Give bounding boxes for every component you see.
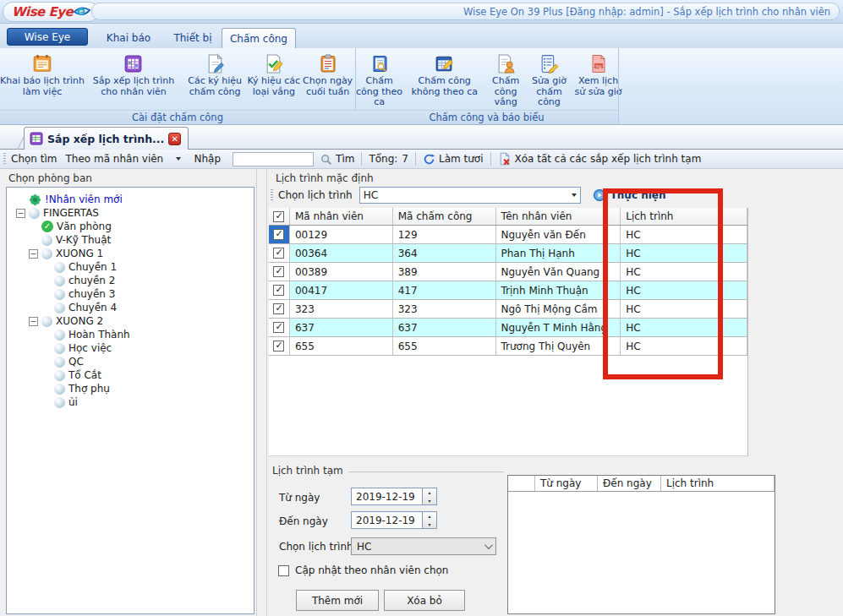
department-sphere-icon (54, 384, 65, 395)
toolbar-grip[interactable] (271, 189, 273, 201)
tree-item-hoc-viec[interactable]: Học việc (7, 341, 254, 355)
execute-button[interactable]: Thực hiện (593, 188, 666, 202)
tree-item-tho-phu[interactable]: Thợ phụ (7, 382, 254, 395)
table-row[interactable]: 655 655 Trương Thị Quyên HC (269, 337, 747, 356)
tree-item-new-employees[interactable]: !Nhân viên mới (7, 193, 254, 206)
tree-item-chuyen-3[interactable]: chuyền 3 (7, 287, 254, 301)
tree-item-van-phong[interactable]: Văn phòng (7, 220, 254, 233)
btn-sap-xep-lich-trinh[interactable]: Sắp xếp lịch trình cho nhân viên (85, 50, 183, 109)
temp-schedule-dropdown[interactable]: HC (351, 537, 496, 555)
column-header-lich-trinh[interactable]: Lịch trình (621, 208, 747, 225)
to-date-input[interactable]: 2019-12-19 (351, 511, 437, 529)
delete-button[interactable]: Xóa bỏ (384, 590, 465, 611)
cell-ma-nhan-vien: 00417 (290, 281, 393, 300)
from-date-value: 2019-12-19 (352, 488, 422, 504)
schedule-dropdown-value: HC (364, 189, 378, 201)
btn-xem-lich-su-sua-gio[interactable]: log Xem lịch sử sửa giờ (572, 50, 624, 109)
from-date-input[interactable]: 2019-12-19 (351, 488, 437, 505)
close-tab-icon[interactable] (168, 133, 181, 145)
tree-item-fingertas[interactable]: FINGERTAS (7, 206, 254, 220)
new-employees-badge-icon (29, 194, 41, 206)
toolbar-grip[interactable] (3, 153, 6, 165)
row-checkbox[interactable] (273, 303, 284, 314)
tree-item-hoan-thanh[interactable]: Hoàn Thành (7, 328, 254, 341)
btn-ky-hieu-cac-loai-vang[interactable]: Ký hiệu các loại vắng (247, 50, 300, 109)
table-row[interactable]: 637 637 Nguyễn T Minh Hằng HC (269, 319, 747, 337)
temp-column-den-ngay[interactable]: Đến ngày (598, 476, 661, 491)
to-date-label: Đến ngày (279, 515, 328, 527)
panel-splitter[interactable] (256, 169, 267, 616)
tab-khai-bao[interactable]: Khai báo (95, 30, 162, 46)
tree-item-ui[interactable]: ủi (7, 395, 254, 409)
tab-cham-cong[interactable]: Chấm công (222, 28, 296, 48)
tab-wise-eye[interactable]: Wise Eye (7, 28, 88, 46)
btn-khai-bao-lich-trinh[interactable]: Khai báo lịch trình làm việc (0, 50, 85, 109)
total-count: Tổng: 7 (369, 153, 408, 165)
search-button[interactable]: Tìm (320, 153, 354, 166)
tree-item-label: Tổ Cắt (68, 369, 101, 381)
btn-cham-cong-khong-theo-ca[interactable]: Chấm công không theo ca (403, 50, 485, 109)
schedule-dropdown[interactable]: HC (359, 187, 581, 204)
app-logo[interactable]: Wise Eye e (3, 2, 99, 22)
tree-item-label: Chuyền 4 (68, 302, 117, 313)
department-tree: !Nhân viên mới FINGERTAS Văn phòng V-Kỹ … (6, 187, 255, 614)
row-checkbox[interactable] (273, 266, 284, 277)
spinner-down-icon[interactable] (423, 497, 436, 505)
temp-column-lich-trinh[interactable]: Lịch trình (661, 476, 775, 491)
clear-button-label: Xóa tất cả các sắp xếp lịch trình tạm (515, 153, 702, 165)
column-header-ma-cham-cong[interactable]: Mã chấm công (393, 208, 496, 225)
date-spinner[interactable] (422, 488, 436, 504)
clear-temp-schedules-button[interactable]: Xóa tất cả các sắp xếp lịch trình tạm (498, 152, 702, 166)
row-checkbox[interactable] (273, 341, 284, 352)
search-filter-dropdown[interactable]: Theo mã nhân viên (63, 151, 183, 167)
row-checkbox[interactable] (273, 229, 284, 240)
btn-cac-ky-hieu-cham-cong[interactable]: Các ký hiệu chấm công (183, 50, 248, 109)
tree-item-chuyen-2[interactable]: chuyền 2 (7, 274, 254, 287)
cell-ma-cham-cong: 655 (393, 337, 496, 356)
refresh-button[interactable]: Làm tươi (423, 153, 484, 166)
tree-collapse-icon[interactable] (29, 317, 38, 326)
tree-item-xuong-1[interactable]: XUONG 1 (7, 247, 254, 260)
table-row[interactable]: 323 323 Ngô Thị Mộng Cầm HC (269, 300, 747, 319)
find-toolbar: Chọn tìm Theo mã nhân viên Nhập Tìm Tổng… (0, 150, 843, 169)
update-checkbox[interactable] (278, 565, 289, 576)
row-checkbox[interactable] (273, 285, 284, 296)
row-checkbox[interactable] (273, 322, 284, 333)
update-by-selected-checkbox-row[interactable]: Cập nhật theo nhân viên chọn (278, 564, 448, 576)
tree-item-v-ky-thuat[interactable]: V-Kỹ Thuật (7, 233, 254, 247)
tree-item-xuong-2[interactable]: XUONG 2 (7, 314, 254, 328)
date-spinner[interactable] (422, 512, 436, 528)
spinner-up-icon[interactable] (423, 488, 436, 497)
search-input[interactable] (233, 152, 314, 166)
toolbar-separator (361, 152, 362, 166)
spinner-up-icon[interactable] (423, 512, 436, 521)
tree-item-chuyen-1[interactable]: Chuyền 1 (7, 260, 254, 274)
column-header-ten-nhan-vien[interactable]: Tên nhân viên (496, 208, 621, 225)
table-row[interactable]: 00364 364 Phan Thị Hạnh HC (269, 244, 747, 263)
list-pencil-icon (539, 51, 560, 74)
select-all-checkbox[interactable] (273, 211, 284, 222)
btn-sua-gio-cham-cong[interactable]: Sửa giờ chấm công (526, 50, 572, 109)
cell-ten-nhan-vien: Trịnh Minh Thuận (496, 281, 621, 300)
tree-item-to-cat[interactable]: Tổ Cắt (7, 368, 254, 382)
temp-column-tu-ngay[interactable]: Từ ngày (535, 476, 598, 491)
tree-item-label: Hoàn Thành (68, 329, 130, 341)
row-checkbox[interactable] (273, 248, 284, 259)
table-row[interactable]: 00129 129 Nguyễn văn Đến HC (269, 226, 747, 244)
column-header-ma-nhan-vien[interactable]: Mã nhân viên (290, 208, 393, 225)
tree-collapse-icon[interactable] (16, 209, 25, 218)
btn-cham-cong-theo-ca[interactable]: Chấm công theo ca (355, 50, 403, 109)
btn-cham-cong-vang[interactable]: Chấm công vắng (485, 50, 526, 109)
btn-chon-ngay-cuoi-tuan[interactable]: Chọn ngày cuối tuần (300, 50, 355, 109)
table-row[interactable]: 00389 389 Nguyễn Văn Quang HC (269, 263, 747, 281)
document-tab-schedule[interactable]: Sắp xếp lịch trình... (24, 127, 189, 150)
add-new-button[interactable]: Thêm mới (296, 590, 379, 611)
tree-item-qc[interactable]: QC (7, 355, 254, 368)
tree-item-chuyen-4[interactable]: Chuyền 4 (7, 301, 254, 314)
select-all-header[interactable] (269, 208, 290, 225)
table-row[interactable]: 00417 417 Trịnh Minh Thuận HC (269, 281, 747, 300)
tab-thiet-bi[interactable]: Thiết bị (164, 30, 222, 46)
spinner-down-icon[interactable] (423, 521, 436, 529)
document-tab-label: Sắp xếp lịch trình... (47, 133, 164, 145)
tree-collapse-icon[interactable] (29, 249, 38, 259)
